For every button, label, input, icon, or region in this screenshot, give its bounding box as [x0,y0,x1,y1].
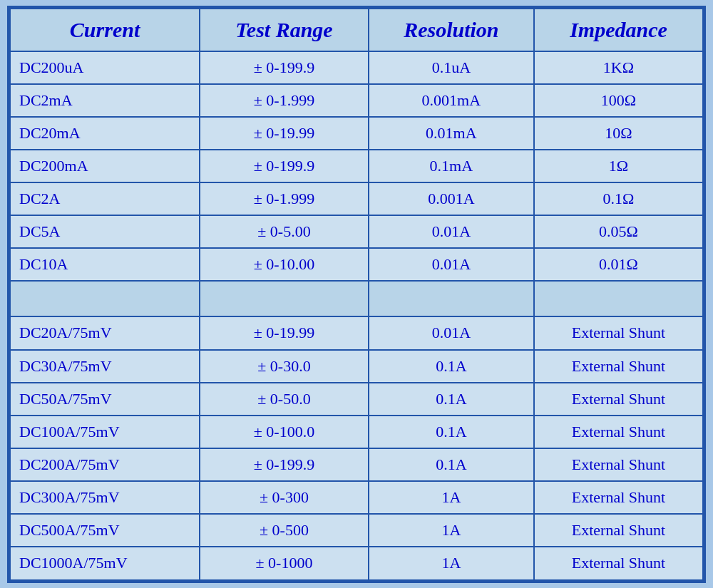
table-row: DC200A/75mV± 0-199.90.1AExternal Shunt [10,448,703,481]
table-row [10,281,703,316]
cell-current: DC1000A/75mV [10,547,200,579]
cell-range: ± 0-199.9 [200,150,369,182]
cell-resolution: 0.1mA [369,150,534,182]
table-row: DC20A/75mV± 0-19.990.01AExternal Shunt [10,316,703,349]
cell-range: ± 0-100.0 [200,416,369,448]
cell-resolution: 1A [369,514,534,547]
cell-range: ± 0-1.999 [200,182,369,215]
cell-current: DC200mA [10,150,200,182]
cell-current [10,281,200,316]
cell-impedance: External Shunt [534,416,703,448]
table-row: DC30A/75mV± 0-30.00.1AExternal Shunt [10,350,703,383]
table-row: DC5A± 0-5.000.01A0.05Ω [10,215,703,248]
cell-resolution: 0.001A [369,182,534,215]
cell-impedance: External Shunt [534,383,703,416]
cell-range: ± 0-30.0 [200,350,369,383]
cell-current: DC5A [10,215,200,248]
cell-current: DC300A/75mV [10,481,200,514]
cell-impedance: 1KΩ [534,51,703,84]
header-resolution: Resolution [369,9,534,51]
table-row: DC2mA± 0-1.9990.001mA100Ω [10,84,703,117]
cell-current: DC100A/75mV [10,416,200,448]
header-test-range: Test Range [200,9,369,51]
cell-impedance: 1Ω [534,150,703,182]
cell-resolution: 0.1A [369,448,534,481]
cell-range: ± 0-199.9 [200,51,369,84]
cell-current: DC2mA [10,84,200,117]
cell-impedance: 0.01Ω [534,248,703,281]
cell-resolution: 0.01A [369,215,534,248]
cell-resolution: 0.1A [369,383,534,416]
table-row: DC100A/75mV± 0-100.00.1AExternal Shunt [10,416,703,448]
cell-current: DC200uA [10,51,200,84]
cell-resolution: 1A [369,547,534,579]
cell-current: DC50A/75mV [10,383,200,416]
cell-current: DC500A/75mV [10,514,200,547]
table-row: DC1000A/75mV± 0-10001AExternal Shunt [10,547,703,579]
cell-impedance: 0.05Ω [534,215,703,248]
cell-impedance: External Shunt [534,547,703,579]
cell-range: ± 0-10.00 [200,248,369,281]
cell-range: ± 0-5.00 [200,215,369,248]
cell-resolution [369,281,534,316]
table-row: DC2A± 0-1.9990.001A0.1Ω [10,182,703,215]
cell-resolution: 0.1A [369,416,534,448]
cell-range: ± 0-19.99 [200,316,369,349]
table-container: Current Test Range Resolution Impedance … [7,6,706,583]
cell-resolution: 0.001mA [369,84,534,117]
cell-impedance: 100Ω [534,84,703,117]
cell-range: ± 0-1.999 [200,84,369,117]
table-row: DC300A/75mV± 0-3001AExternal Shunt [10,481,703,514]
cell-range: ± 0-19.99 [200,117,369,150]
header-current: Current [10,9,200,51]
current-table: Current Test Range Resolution Impedance … [9,8,704,581]
cell-range: ± 0-199.9 [200,448,369,481]
table-row: DC500A/75mV± 0-5001AExternal Shunt [10,514,703,547]
table-row: DC200uA± 0-199.90.1uA1KΩ [10,51,703,84]
cell-impedance: External Shunt [534,481,703,514]
cell-current: DC200A/75mV [10,448,200,481]
cell-current: DC30A/75mV [10,350,200,383]
cell-resolution: 0.01A [369,248,534,281]
cell-impedance: External Shunt [534,350,703,383]
cell-range: ± 0-500 [200,514,369,547]
header-impedance: Impedance [534,9,703,51]
cell-current: DC20A/75mV [10,316,200,349]
cell-range [200,281,369,316]
cell-impedance: 10Ω [534,117,703,150]
cell-range: ± 0-1000 [200,547,369,579]
cell-range: ± 0-50.0 [200,383,369,416]
cell-impedance: External Shunt [534,448,703,481]
table-row: DC200mA± 0-199.90.1mA1Ω [10,150,703,182]
cell-current: DC10A [10,248,200,281]
cell-resolution: 0.01A [369,316,534,349]
table-row: DC50A/75mV± 0-50.00.1AExternal Shunt [10,383,703,416]
cell-range: ± 0-300 [200,481,369,514]
cell-resolution: 0.1A [369,350,534,383]
cell-resolution: 0.01mA [369,117,534,150]
table-row: DC10A± 0-10.000.01A0.01Ω [10,248,703,281]
cell-resolution: 1A [369,481,534,514]
cell-impedance [534,281,703,316]
header-row: Current Test Range Resolution Impedance [10,9,703,51]
cell-impedance: External Shunt [534,316,703,349]
cell-impedance: 0.1Ω [534,182,703,215]
cell-current: DC20mA [10,117,200,150]
cell-impedance: External Shunt [534,514,703,547]
table-row: DC20mA± 0-19.990.01mA10Ω [10,117,703,150]
cell-resolution: 0.1uA [369,51,534,84]
cell-current: DC2A [10,182,200,215]
